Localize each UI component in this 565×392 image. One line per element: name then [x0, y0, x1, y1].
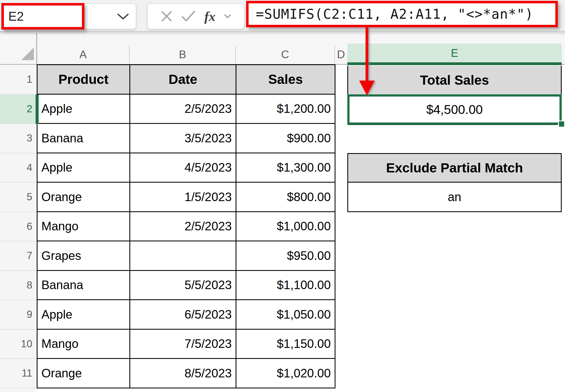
total-sales-value: $4,500.00	[426, 102, 483, 117]
cell-C1[interactable]: Sales	[236, 65, 335, 94]
cell-B8[interactable]: 5/5/2023	[130, 270, 236, 300]
selected-row-indicator	[36, 95, 39, 124]
formula-text[interactable]: =SUMIFS(C2:C11, A2:A11, "<>*an*")	[249, 6, 534, 22]
data-table: ProductDateSalesApple2/5/2023$1,200.00Ba…	[37, 64, 335, 388]
column-divider	[129, 46, 130, 64]
cell-C11[interactable]: $1,020.00	[236, 359, 335, 388]
formula-bar-row: E2 fx =SUMIFS(C2:C11, A2:A11, "<>*an*")	[0, 0, 565, 31]
row-header-1[interactable]: 1	[0, 65, 37, 95]
column-header-C[interactable]: C	[236, 44, 335, 65]
row-header-2[interactable]: 2	[0, 95, 37, 124]
column-divider	[334, 46, 335, 64]
confirm-icon[interactable]	[181, 10, 196, 22]
select-all-icon[interactable]	[21, 47, 34, 60]
row-header-7[interactable]: 7	[0, 241, 37, 271]
cell-B10[interactable]: 7/5/2023	[130, 329, 236, 359]
column-header-A[interactable]: A	[37, 44, 129, 65]
cell-B7[interactable]	[130, 241, 236, 271]
chevron-down-small-icon[interactable]	[224, 14, 231, 19]
row-header-3[interactable]: 3	[0, 124, 37, 153]
cell-E4-criteria-header[interactable]: Exclude Partial Match	[347, 153, 562, 183]
cell-B9[interactable]: 6/5/2023	[130, 300, 236, 329]
cell-A8[interactable]: Banana	[37, 270, 130, 300]
row-header-9[interactable]: 9	[0, 300, 37, 330]
cancel-icon[interactable]	[161, 10, 173, 23]
cell-C3[interactable]: $900.00	[236, 124, 335, 153]
row-header-11[interactable]: 11	[0, 359, 37, 388]
column-header-D[interactable]: D	[335, 44, 347, 65]
cell-C5[interactable]: $800.00	[236, 182, 335, 212]
row-header-10[interactable]: 10	[0, 330, 37, 359]
cell-E1-total-sales-header[interactable]: Total Sales	[347, 66, 562, 94]
arrow-annotation	[357, 26, 379, 98]
column-header-B[interactable]: B	[129, 44, 236, 65]
formula-input[interactable]: =SUMIFS(C2:C11, A2:A11, "<>*an*")	[246, 1, 558, 27]
cell-C10[interactable]: $1,150.00	[236, 329, 335, 359]
cell-A4[interactable]: Apple	[37, 153, 130, 182]
function-icon[interactable]: fx	[204, 9, 215, 24]
cell-A10[interactable]: Mango	[37, 329, 130, 359]
criteria-label: Exclude Partial Match	[386, 160, 523, 175]
cell-A1[interactable]: Product	[37, 65, 130, 94]
cell-B1[interactable]: Date	[130, 65, 236, 94]
cell-B2[interactable]: 2/5/2023	[130, 94, 236, 124]
criteria-value: an	[448, 190, 461, 204]
cell-B11[interactable]: 8/5/2023	[130, 359, 236, 388]
cell-A5[interactable]: Orange	[37, 182, 130, 212]
row-header-4[interactable]: 4	[0, 153, 37, 183]
cell-C8[interactable]: $1,100.00	[236, 270, 335, 300]
cell-A9[interactable]: Apple	[37, 300, 130, 329]
cell-A3[interactable]: Banana	[37, 124, 130, 153]
fill-handle[interactable]	[559, 121, 564, 127]
cell-A11[interactable]: Orange	[37, 359, 130, 388]
row-header-8[interactable]: 8	[0, 271, 37, 300]
topbar-shadow	[0, 31, 565, 35]
cell-A6[interactable]: Mango	[37, 212, 130, 241]
cell-B6[interactable]: 2/5/2023	[130, 212, 236, 241]
cell-B5[interactable]: 1/5/2023	[130, 182, 236, 212]
cell-E5-criteria-value[interactable]: an	[347, 183, 562, 212]
cell-B3[interactable]: 3/5/2023	[130, 124, 236, 153]
spreadsheet-app: E2 fx =SUMIFS(C2:C11, A2:A11, "<>*an*")	[0, 0, 565, 392]
cell-C7[interactable]: $950.00	[236, 241, 335, 271]
column-header-E[interactable]: E	[347, 44, 562, 65]
row-header-5[interactable]: 5	[0, 183, 37, 212]
cell-A2[interactable]: Apple	[37, 94, 130, 124]
cell-C2[interactable]: $1,200.00	[236, 94, 335, 124]
formula-buttons: fx	[147, 3, 244, 29]
column-divider	[235, 46, 236, 64]
chevron-down-icon[interactable]	[117, 13, 129, 20]
row-header-6[interactable]: 6	[0, 212, 37, 242]
cell-B4[interactable]: 4/5/2023	[130, 153, 236, 182]
cell-C6[interactable]: $1,000.00	[236, 212, 335, 241]
cell-C9[interactable]: $1,050.00	[236, 300, 335, 329]
cell-E2-selected[interactable]: $4,500.00	[347, 94, 562, 125]
cell-A7[interactable]: Grapes	[37, 241, 130, 271]
name-box-highlight	[1, 3, 84, 30]
total-sales-label: Total Sales	[420, 73, 489, 88]
cell-C4[interactable]: $1,300.00	[236, 153, 335, 182]
